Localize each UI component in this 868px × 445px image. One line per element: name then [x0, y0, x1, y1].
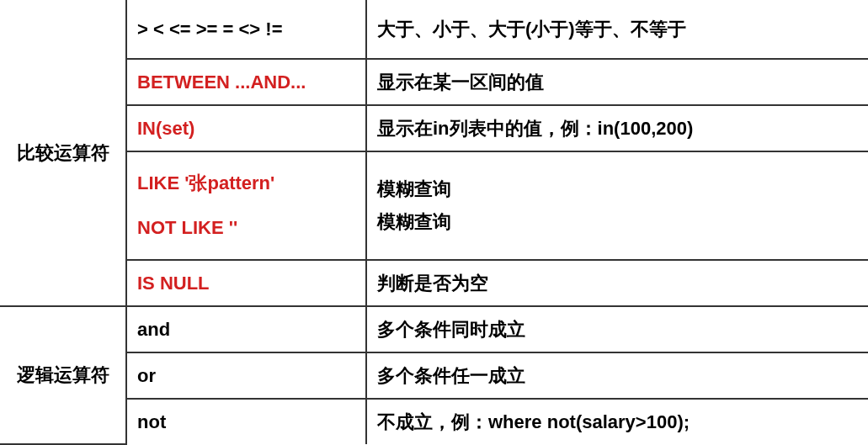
table-row: not 不成立，例：where not(salary>100); [0, 399, 868, 444]
operator-text: and [137, 319, 170, 340]
operator-cell-in: IN(set) [126, 105, 366, 151]
description-cell: 判断是否为空 [366, 260, 868, 306]
operator-text-line1: LIKE '张pattern' [137, 167, 355, 200]
operator-text: IN(set) [137, 118, 194, 139]
description-cell: 多个条件同时成立 [366, 306, 868, 352]
description-text: 多个条件同时成立 [377, 319, 525, 340]
description-cell: 不成立，例：where not(salary>100); [366, 399, 868, 444]
table-row: LIKE '张pattern' NOT LIKE '' 模糊查询 模糊查询 [0, 151, 868, 260]
table-row: 比较运算符 > < <= >= = <> != 大于、小于、大于(小于)等于、不… [0, 0, 868, 59]
description-cell: 模糊查询 模糊查询 [366, 151, 868, 260]
description-cell: 显示在in列表中的值，例：in(100,200) [366, 105, 868, 151]
category-comparison: 比较运算符 [0, 0, 126, 306]
table-row: IS NULL 判断是否为空 [0, 260, 868, 306]
table-row: 逻辑运算符 and 多个条件同时成立 [0, 306, 868, 352]
description-cell: 显示在某一区间的值 [366, 59, 868, 105]
operators-table: 比较运算符 > < <= >= = <> != 大于、小于、大于(小于)等于、不… [0, 0, 868, 445]
description-text: 多个条件任一成立 [377, 365, 525, 386]
operator-text-line2: NOT LIKE '' [137, 211, 355, 245]
category-label: 比较运算符 [17, 142, 109, 163]
operator-cell-and: and [126, 306, 366, 352]
category-label: 逻辑运算符 [17, 364, 109, 385]
operators-table-container: 比较运算符 > < <= >= = <> != 大于、小于、大于(小于)等于、不… [0, 0, 868, 445]
description-text-line2: 模糊查询 [377, 205, 858, 239]
operator-cell-isnull: IS NULL [126, 260, 366, 306]
category-logical: 逻辑运算符 [0, 306, 126, 444]
operator-text: BETWEEN ...AND... [137, 72, 306, 93]
description-text: 判断是否为空 [377, 273, 488, 294]
operator-cell-between: BETWEEN ...AND... [126, 59, 366, 105]
description-text: 显示在in列表中的值，例：in(100,200) [377, 118, 693, 139]
description-text: 大于、小于、大于(小于)等于、不等于 [377, 19, 686, 40]
operator-cell-not: not [126, 399, 366, 444]
operator-cell-or: or [126, 352, 366, 399]
operator-text: IS NULL [137, 273, 210, 294]
operator-cell-compare-ops: > < <= >= = <> != [126, 0, 366, 59]
table-row: or 多个条件任一成立 [0, 352, 868, 399]
table-row: BETWEEN ...AND... 显示在某一区间的值 [0, 59, 868, 105]
operator-text: not [137, 411, 166, 432]
operator-text: or [137, 365, 156, 386]
operator-cell-like: LIKE '张pattern' NOT LIKE '' [126, 151, 366, 260]
description-cell: 多个条件任一成立 [366, 352, 868, 399]
description-text: 不成立，例：where not(salary>100); [377, 411, 690, 432]
description-text-line1: 模糊查询 [377, 172, 858, 206]
description-text: 显示在某一区间的值 [377, 72, 544, 93]
operator-text: > < <= >= = <> != [137, 19, 282, 40]
description-cell: 大于、小于、大于(小于)等于、不等于 [366, 0, 868, 59]
table-row: IN(set) 显示在in列表中的值，例：in(100,200) [0, 105, 868, 151]
